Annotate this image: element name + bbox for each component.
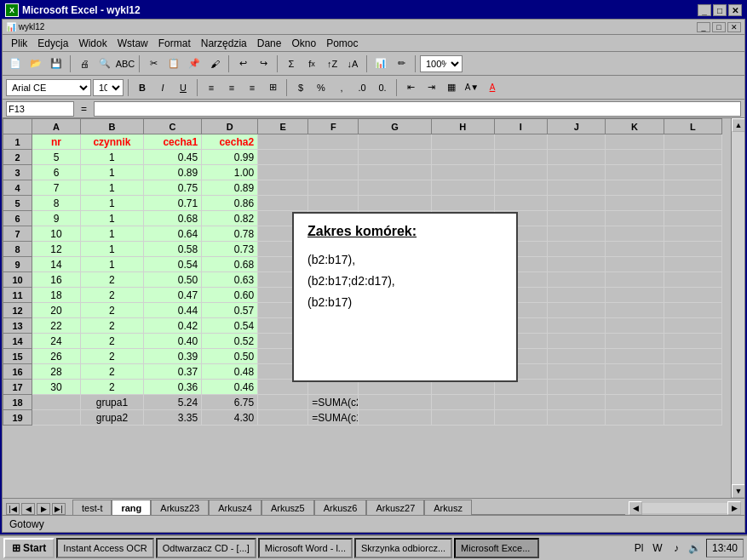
sort-desc-button[interactable]: ↓A [343, 54, 362, 73]
cell-j-10[interactable] [548, 272, 606, 288]
cell-h-18[interactable] [431, 395, 494, 410]
cell-c-3[interactable]: 0.89 [143, 165, 201, 180]
cell-j-11[interactable] [548, 288, 606, 303]
cell-j-14[interactable] [548, 334, 606, 349]
row-header-7[interactable]: 7 [3, 226, 32, 242]
cell-i-5[interactable] [494, 196, 548, 211]
size-combo[interactable]: 10 [93, 79, 124, 96]
cell-b-7[interactable]: 1 [80, 226, 143, 242]
cell-g-5[interactable] [359, 196, 431, 211]
cell-i-2[interactable] [494, 150, 548, 165]
cell-l-11[interactable] [664, 288, 721, 303]
cell-f-4[interactable] [308, 180, 359, 196]
cell-d-3[interactable]: 1.00 [202, 165, 258, 180]
cell-k-14[interactable] [606, 334, 664, 349]
autosum-button[interactable]: Σ [282, 54, 301, 73]
function-button[interactable]: fx [302, 54, 321, 73]
cell-a-19[interactable] [32, 410, 81, 426]
cell-a-16[interactable]: 28 [32, 364, 81, 380]
col-header-f[interactable]: F [308, 119, 359, 134]
cell-e-5[interactable] [258, 196, 308, 211]
cell-b-17[interactable]: 2 [80, 380, 143, 395]
cell-l-13[interactable] [664, 318, 721, 334]
cell-f-5[interactable] [308, 196, 359, 211]
cell-d-11[interactable]: 0.60 [202, 288, 258, 303]
cell-l-5[interactable] [664, 196, 721, 211]
cell-c-15[interactable]: 0.39 [143, 349, 201, 364]
open-button[interactable]: 📂 [26, 54, 45, 73]
cell-j-18[interactable] [548, 395, 606, 410]
cell-d-16[interactable]: 0.48 [202, 364, 258, 380]
sort-asc-button[interactable]: ↑Z [323, 54, 342, 73]
cell-j-7[interactable] [548, 226, 606, 242]
cell-j-8[interactable] [548, 242, 606, 257]
cell-g-1[interactable] [359, 134, 431, 150]
cell-d-9[interactable]: 0.68 [202, 257, 258, 272]
cell-h-19[interactable] [431, 410, 494, 426]
start-button[interactable]: ⊞ Start [3, 538, 55, 558]
cell-c-6[interactable]: 0.68 [143, 211, 201, 226]
row-header-15[interactable]: 15 [3, 349, 32, 364]
chart-button[interactable]: 📊 [371, 54, 390, 73]
cell-e-4[interactable] [258, 180, 308, 196]
cell-j-19[interactable] [548, 410, 606, 426]
menu-edycja[interactable]: Edycja [32, 36, 73, 51]
cell-c-9[interactable]: 0.54 [143, 257, 201, 272]
cell-k-10[interactable] [606, 272, 664, 288]
comma-button[interactable]: , [332, 78, 351, 97]
vertical-scrollbar[interactable]: ▲ ▼ [731, 118, 744, 498]
cell-c-14[interactable]: 0.40 [143, 334, 201, 349]
cell-d-8[interactable]: 0.73 [202, 242, 258, 257]
cell-l-4[interactable] [664, 180, 721, 196]
cell-j-5[interactable] [548, 196, 606, 211]
cell-d-10[interactable]: 0.63 [202, 272, 258, 288]
cell-d-1[interactable]: cecha2 [202, 134, 258, 150]
cell-b-10[interactable]: 2 [80, 272, 143, 288]
cell-k-13[interactable] [606, 318, 664, 334]
paste-button[interactable]: 📌 [185, 54, 204, 73]
copy-button[interactable]: 📋 [164, 54, 183, 73]
row-header-12[interactable]: 12 [3, 303, 32, 318]
col-header-l[interactable]: L [664, 119, 721, 134]
row-header-13[interactable]: 13 [3, 318, 32, 334]
cell-c-16[interactable]: 0.37 [143, 364, 201, 380]
scroll-down-button[interactable]: ▼ [732, 484, 744, 498]
cell-l-9[interactable] [664, 257, 721, 272]
cell-d-7[interactable]: 0.78 [202, 226, 258, 242]
doc-minimize-button[interactable]: _ [697, 22, 710, 32]
cell-c-19[interactable]: 3.35 [143, 410, 201, 426]
cell-l-8[interactable] [664, 242, 721, 257]
cell-k-12[interactable] [606, 303, 664, 318]
sheet-tab-arkusz4[interactable]: Arkusz4 [209, 500, 261, 515]
cell-d-6[interactable]: 0.82 [202, 211, 258, 226]
cell-l-12[interactable] [664, 303, 721, 318]
cell-h-1[interactable] [431, 134, 494, 150]
cell-e-19[interactable] [258, 410, 308, 426]
cell-d-19[interactable]: 4.30 [202, 410, 258, 426]
cell-j-17[interactable] [548, 380, 606, 395]
sheet-tab-arkusz5[interactable]: Arkusz5 [261, 500, 314, 515]
cell-c-2[interactable]: 0.45 [143, 150, 201, 165]
cell-l-19[interactable] [664, 410, 721, 426]
sheet-tab-arkusz[interactable]: Arkusz [424, 500, 472, 515]
taskbar-item-cd[interactable]: Odtwarzacz CD - [...] [156, 538, 256, 558]
cell-j-9[interactable] [548, 257, 606, 272]
row-header-1[interactable]: 1 [3, 134, 32, 150]
cell-i-1[interactable] [494, 134, 548, 150]
cell-c-13[interactable]: 0.42 [143, 318, 201, 334]
col-header-i[interactable]: I [494, 119, 548, 134]
currency-button[interactable]: $ [291, 78, 310, 97]
cell-j-6[interactable] [548, 211, 606, 226]
taskbar-item-excel[interactable]: Microsoft Exce... [454, 538, 539, 558]
cell-h-5[interactable] [431, 196, 494, 211]
cell-b-3[interactable]: 1 [80, 165, 143, 180]
cell-k-1[interactable] [606, 134, 664, 150]
menu-widok[interactable]: Widok [73, 36, 112, 51]
cell-l-18[interactable] [664, 395, 721, 410]
cell-k-3[interactable] [606, 165, 664, 180]
cell-a-13[interactable]: 22 [32, 318, 81, 334]
menu-dane[interactable]: Dane [252, 36, 287, 51]
save-button[interactable]: 💾 [47, 54, 66, 73]
zoom-combo[interactable]: 100% [420, 55, 463, 72]
cell-b-12[interactable]: 2 [80, 303, 143, 318]
